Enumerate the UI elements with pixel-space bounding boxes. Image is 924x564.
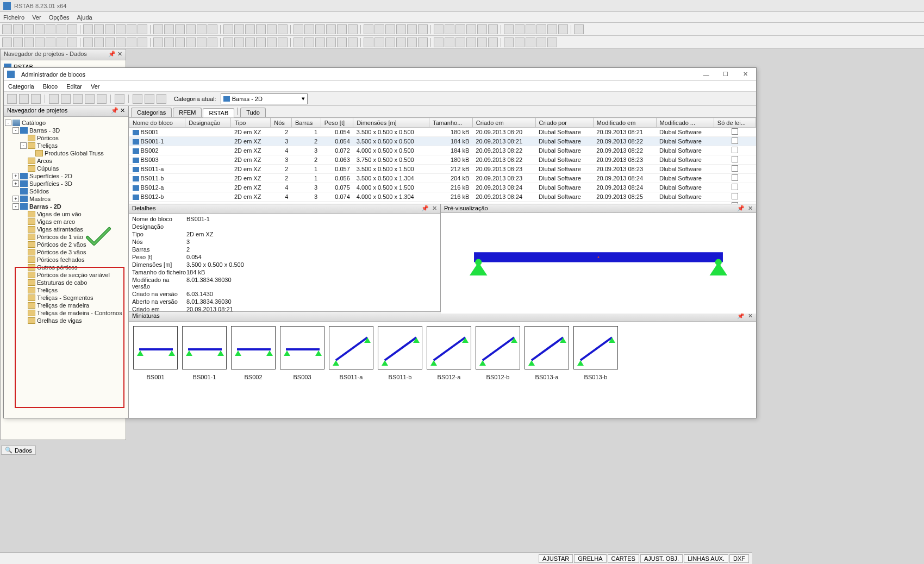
tree-node[interactable]: Pórticos de 3 vãos — [5, 248, 127, 256]
close-button[interactable]: ✕ — [738, 69, 753, 80]
status-cell[interactable]: LINHAS AUX. — [684, 554, 728, 563]
toolbar-button[interactable] — [208, 24, 217, 34]
toolbar-button[interactable] — [374, 24, 384, 34]
toolbar-button[interactable] — [385, 37, 395, 47]
toolbar-button[interactable] — [57, 24, 66, 34]
column-header[interactable]: Tipo — [231, 118, 271, 128]
column-header[interactable]: Tamanho... — [429, 118, 472, 128]
toolbar-button[interactable] — [536, 24, 546, 34]
tree-node[interactable]: - Barras - 2D — [5, 203, 127, 210]
toolbar-button[interactable] — [197, 37, 207, 47]
toolbar-button[interactable] — [94, 37, 104, 47]
tree-node[interactable]: - Catálogo — [5, 119, 127, 127]
column-header[interactable]: Criado em — [472, 118, 535, 128]
toolbar-button[interactable] — [455, 24, 465, 34]
table-row[interactable]: BS002 2D em XZ43 0.0724.000 x 0.500 x 0.… — [129, 146, 756, 155]
tree-node[interactable]: Estruturas de cabo — [5, 279, 127, 286]
status-cell[interactable]: CARTES — [608, 554, 639, 563]
toolbar-button[interactable] — [138, 24, 147, 34]
toolbar-button[interactable] — [208, 37, 217, 47]
toolbar-button[interactable] — [455, 37, 465, 47]
tree-toggle[interactable]: - — [13, 127, 19, 134]
column-header[interactable]: Criado por — [535, 118, 593, 128]
toolbar-button[interactable] — [245, 37, 255, 47]
tree-node[interactable]: Treliças — [5, 286, 127, 294]
toolbar-button[interactable] — [445, 37, 454, 47]
pin-icon[interactable]: 📌 ✕ — [111, 107, 125, 115]
toolbar-button[interactable] — [337, 24, 347, 34]
readonly-checkbox[interactable] — [732, 128, 738, 135]
column-header[interactable]: Modificado ... — [656, 118, 714, 128]
toolbar-button[interactable] — [164, 24, 174, 34]
toolbar-button[interactable] — [24, 24, 34, 34]
toolbar-button[interactable] — [234, 24, 244, 34]
tree-node[interactable]: Vigas de um vão — [5, 210, 127, 218]
toolbar-button[interactable] — [374, 37, 384, 47]
readonly-checkbox[interactable] — [732, 174, 738, 181]
toolbar-button[interactable] — [434, 37, 444, 47]
toolbar-button[interactable] — [418, 37, 428, 47]
toolbar-button[interactable] — [19, 94, 29, 104]
toolbar-button[interactable] — [61, 94, 71, 104]
toolbar-button[interactable] — [547, 24, 557, 34]
toolbar-button[interactable] — [515, 24, 525, 34]
toolbar-button[interactable] — [267, 24, 277, 34]
tree-node[interactable]: Pórticos de 1 vão — [5, 233, 127, 241]
pin-icon[interactable]: 📌 — [421, 205, 429, 213]
status-cell[interactable]: DXF — [729, 554, 749, 563]
menu-ajuda[interactable]: Ajuda — [77, 14, 92, 21]
tree-toggle[interactable]: + — [13, 180, 19, 187]
column-header[interactable]: Só de lei... — [714, 118, 756, 128]
tree-toggle[interactable]: - — [20, 142, 27, 149]
toolbar-button[interactable] — [396, 24, 406, 34]
thumbnail[interactable]: BS003 — [280, 326, 324, 380]
toolbar-button[interactable] — [2, 37, 12, 47]
toolbar-button[interactable] — [294, 24, 303, 34]
tree-node[interactable]: - Barras - 3D — [5, 127, 127, 134]
menu-opcoes[interactable]: Opções — [49, 14, 70, 21]
toolbar-button[interactable] — [2, 24, 12, 34]
thumbnail[interactable]: BS001-1 — [182, 326, 227, 380]
toolbar-button[interactable] — [466, 37, 476, 47]
menu-ver2[interactable]: Ver — [91, 83, 100, 90]
toolbar-button[interactable] — [504, 37, 514, 47]
toolbar-button[interactable] — [364, 24, 373, 34]
column-header[interactable]: Modificado em — [593, 118, 656, 128]
toolbar-button[interactable] — [145, 94, 154, 104]
toolbar-button[interactable] — [348, 37, 358, 47]
toolbar-button[interactable] — [105, 37, 115, 47]
toolbar-button[interactable] — [153, 24, 163, 34]
close-icon[interactable]: ✕ — [432, 205, 437, 213]
toolbar-button[interactable] — [73, 94, 83, 104]
toolbar-button[interactable] — [13, 37, 23, 47]
toolbar-button[interactable] — [294, 37, 303, 47]
table-row[interactable]: BS012-a 2D em XZ43 0.0754.000 x 0.500 x … — [129, 183, 756, 192]
tree-node[interactable]: Pórticos fechados — [5, 256, 127, 264]
toolbar-button[interactable] — [278, 24, 288, 34]
tree-node[interactable]: Pórticos — [5, 134, 127, 142]
toolbar-button[interactable] — [67, 24, 77, 34]
toolbar-button[interactable] — [418, 24, 428, 34]
toolbar-button[interactable] — [407, 24, 417, 34]
toolbar-button[interactable] — [186, 24, 196, 34]
tree-node[interactable]: Vigas atirantadas — [5, 225, 127, 233]
toolbar-button[interactable] — [466, 24, 476, 34]
toolbar-button[interactable] — [407, 37, 417, 47]
tab-rstab[interactable]: RSTAB — [203, 108, 234, 117]
tree-node[interactable]: Outros pórticos — [5, 264, 127, 271]
pin-icon[interactable]: 📌 — [737, 205, 745, 212]
column-header[interactable]: Barras — [291, 118, 321, 128]
toolbar-button[interactable] — [13, 24, 23, 34]
toolbar-button[interactable] — [186, 37, 196, 47]
menu-bloco[interactable]: Bloco — [43, 83, 58, 90]
tree-node[interactable]: Sólidos — [5, 187, 127, 195]
toolbar-button[interactable] — [133, 94, 142, 104]
toolbar-button[interactable] — [547, 37, 557, 47]
toolbar-button[interactable] — [396, 37, 406, 47]
thumbnail[interactable]: BS012-a — [427, 326, 471, 380]
tree-toggle[interactable]: + — [13, 196, 19, 202]
tree-node[interactable]: Arcos — [5, 157, 127, 165]
toolbar-button[interactable] — [515, 37, 525, 47]
tree-node[interactable]: Treliças de madeira — [5, 302, 127, 309]
toolbar-button[interactable] — [67, 37, 77, 47]
